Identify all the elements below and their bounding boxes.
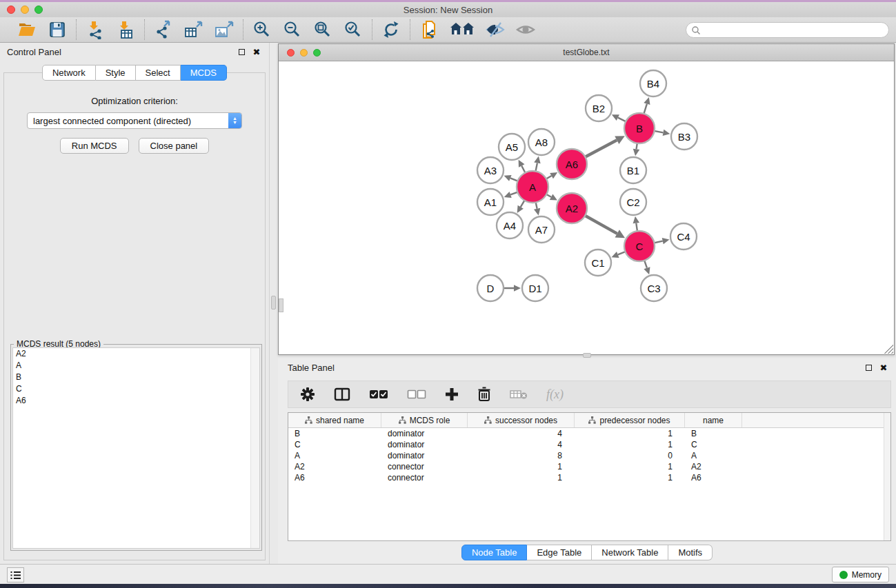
zoom-in-icon[interactable]: [252, 19, 272, 40]
maximize-window-button[interactable]: [34, 6, 43, 14]
network-canvas[interactable]: B4B2BB3B1A5A8A6A3AA1C2A2A4A7C4CC1C3DD1: [279, 61, 894, 354]
float-panel-icon[interactable]: [236, 46, 247, 57]
vertical-splitter-grip[interactable]: [271, 296, 276, 310]
close-table-panel-icon[interactable]: ✖: [878, 362, 889, 373]
delete-table-icon: [510, 389, 528, 400]
memory-button[interactable]: Memory: [832, 567, 889, 582]
close-panel-button[interactable]: Close panel: [139, 138, 210, 154]
select-all-checkboxes-icon[interactable]: [369, 389, 388, 399]
open-file-icon[interactable]: [17, 19, 37, 40]
column-header-MCDS-role[interactable]: MCDS role: [381, 413, 468, 427]
result-item[interactable]: A2: [13, 348, 259, 360]
result-item[interactable]: A: [13, 360, 259, 372]
graph-node-A[interactable]: A: [517, 171, 548, 203]
close-panel-icon[interactable]: ✖: [251, 46, 262, 57]
network-resize-grip[interactable]: [884, 345, 893, 354]
canvas-left-grip[interactable]: [279, 298, 283, 312]
import-network-icon[interactable]: [85, 19, 106, 40]
graph-node-C[interactable]: C: [624, 231, 655, 261]
graph-node-B2[interactable]: B2: [586, 95, 612, 121]
graph-node-C2[interactable]: C2: [620, 189, 646, 215]
new-network-from-selection-icon[interactable]: [419, 19, 439, 40]
network-maximize-button[interactable]: [313, 49, 321, 57]
import-table-icon[interactable]: [115, 19, 136, 40]
tab-motifs[interactable]: Motifs: [668, 545, 713, 560]
tab-select[interactable]: Select: [136, 65, 181, 81]
graph-node-B3[interactable]: B3: [671, 123, 697, 150]
first-neighbors-icon[interactable]: [449, 19, 475, 40]
network-close-button[interactable]: [287, 49, 295, 57]
save-session-icon[interactable]: [47, 19, 68, 40]
graph-node-A6[interactable]: A6: [557, 149, 587, 179]
graph-node-label: A6: [566, 159, 578, 170]
export-network-icon[interactable]: [153, 19, 174, 40]
graph-node-B1[interactable]: B1: [620, 157, 646, 183]
table-row[interactable]: Cdominator41C: [288, 439, 890, 450]
cell-name: B: [685, 429, 742, 438]
graph-node-A4[interactable]: A4: [497, 212, 523, 239]
tab-network-table[interactable]: Network Table: [592, 545, 668, 560]
table-row[interactable]: Bdominator41B: [288, 428, 890, 439]
optimization-criterion-dropdown[interactable]: largest connected component (directed) ▲…: [27, 112, 242, 129]
float-table-panel-icon[interactable]: [863, 362, 874, 373]
graph-node-C4[interactable]: C4: [670, 223, 697, 250]
graph-node-A2[interactable]: A2: [557, 193, 587, 223]
table-body: Bdominator41BCdominator41CAdominator80AA…: [288, 428, 890, 483]
settings-gear-icon[interactable]: [300, 387, 315, 402]
cell-successor-nodes: 4: [468, 440, 575, 449]
graph-node-A3[interactable]: A3: [477, 157, 504, 183]
graph-node-A1[interactable]: A1: [477, 189, 504, 215]
network-minimize-button[interactable]: [300, 49, 308, 57]
zoom-selected-icon[interactable]: [343, 19, 364, 40]
result-item[interactable]: C: [13, 383, 259, 395]
close-window-button[interactable]: [7, 6, 15, 14]
export-table-icon[interactable]: [183, 19, 204, 40]
task-history-button[interactable]: [7, 567, 24, 582]
show-all-icon[interactable]: [515, 19, 536, 40]
horizontal-splitter-grip[interactable]: [583, 353, 591, 358]
tab-style[interactable]: Style: [96, 65, 136, 81]
delete-column-icon[interactable]: [477, 387, 491, 402]
minimize-window-button[interactable]: [21, 6, 29, 14]
graph-node-C1[interactable]: C1: [585, 250, 611, 276]
deselect-all-checkboxes-icon[interactable]: [407, 389, 426, 399]
run-mcds-button[interactable]: Run MCDS: [60, 138, 129, 154]
tab-node-table[interactable]: Node Table: [461, 545, 528, 560]
tab-network[interactable]: Network: [42, 65, 96, 81]
split-view-icon[interactable]: [334, 387, 350, 401]
table-row[interactable]: Adominator80A: [288, 450, 890, 461]
column-header-predecessor-nodes[interactable]: predecessor nodes: [575, 413, 685, 427]
graph-node-B4[interactable]: B4: [640, 70, 666, 97]
graph-node-D[interactable]: D: [477, 275, 504, 301]
graph-node-A8[interactable]: A8: [528, 129, 555, 155]
graph-node-A5[interactable]: A5: [499, 134, 525, 160]
column-header-successor-nodes[interactable]: successor nodes: [468, 413, 575, 427]
tab-edge-table[interactable]: Edge Table: [527, 545, 592, 560]
table-row[interactable]: A2connector11A2: [288, 461, 890, 472]
graph-node-C3[interactable]: C3: [641, 275, 667, 301]
search-input[interactable]: [701, 24, 888, 37]
add-column-icon[interactable]: [445, 387, 459, 401]
graph-node-A7[interactable]: A7: [528, 216, 555, 243]
column-header-name[interactable]: name: [685, 413, 742, 427]
zoom-fit-icon[interactable]: [312, 19, 333, 40]
table-panel: Table Panel ✖: [278, 358, 896, 564]
graph-node-D1[interactable]: D1: [522, 275, 548, 301]
tab-mcds[interactable]: MCDS: [181, 65, 227, 81]
result-item[interactable]: B: [13, 372, 259, 383]
hide-selected-icon[interactable]: [485, 19, 506, 40]
result-list-scrollbar[interactable]: [250, 348, 259, 548]
table-row[interactable]: A6connector11A6: [288, 472, 890, 483]
column-header-shared-name[interactable]: shared name: [288, 413, 381, 427]
mcds-result-list[interactable]: A2ABCA6: [12, 347, 260, 549]
function-builder-icon: f(x): [546, 387, 564, 402]
export-image-icon[interactable]: [214, 19, 235, 40]
zoom-out-icon[interactable]: [282, 19, 303, 40]
mcds-result-group: MCDS result (5 nodes) A2ABCA6: [10, 344, 262, 551]
graph-node-label: C3: [647, 283, 660, 294]
result-item[interactable]: A6: [13, 395, 259, 407]
graph-node-B[interactable]: B: [624, 113, 655, 143]
graph-node-label: B: [636, 123, 643, 134]
refresh-icon[interactable]: [381, 19, 401, 40]
table-scrollbar[interactable]: [884, 413, 890, 540]
